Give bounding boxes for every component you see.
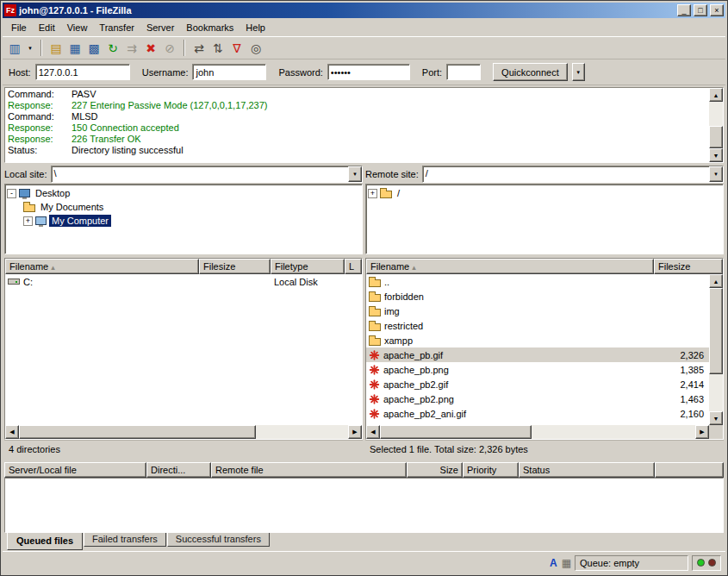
scroll-down-icon[interactable] bbox=[709, 148, 723, 162]
remote-file-row[interactable]: apache_pb2_ani.gif 2,160 bbox=[366, 406, 709, 421]
local-list-body[interactable]: C: Local Disk bbox=[5, 274, 362, 425]
sync-browsing-icon[interactable]: ⇅ bbox=[209, 40, 227, 57]
remote-file-row[interactable]: apache_pb2.gif 2,414 bbox=[366, 377, 709, 391]
app-icon[interactable]: Fz bbox=[4, 4, 16, 16]
column-header-filename[interactable]: Filename bbox=[366, 259, 654, 274]
minimize-button[interactable]: _ bbox=[677, 4, 691, 16]
local-site-combobox[interactable]: \ bbox=[51, 166, 363, 183]
remote-tree[interactable]: + / bbox=[365, 184, 724, 254]
tree-item-label[interactable]: Desktop bbox=[33, 187, 72, 199]
column-header-remote-file[interactable]: Remote file bbox=[211, 462, 407, 478]
refresh-icon[interactable]: ↻ bbox=[104, 40, 121, 57]
scroll-track[interactable] bbox=[709, 102, 723, 148]
column-header-filesize[interactable]: Filesize bbox=[199, 259, 271, 274]
column-header-status[interactable]: Status bbox=[519, 462, 655, 478]
site-manager-dropdown-icon[interactable] bbox=[25, 40, 35, 57]
directory-comparison-icon[interactable]: ⇄ bbox=[190, 40, 208, 57]
scroll-track[interactable] bbox=[380, 425, 695, 439]
remote-h-scrollbar[interactable] bbox=[366, 425, 723, 439]
scroll-left-icon[interactable] bbox=[366, 425, 380, 439]
menu-view[interactable]: View bbox=[61, 20, 94, 35]
filter-icon[interactable]: ∇ bbox=[228, 40, 246, 57]
remote-file-row[interactable]: apache_pb2.png 1,463 bbox=[366, 391, 709, 406]
column-header-filename[interactable]: Filename bbox=[5, 259, 199, 274]
remote-site-value[interactable]: / bbox=[423, 166, 709, 182]
expand-icon[interactable]: + bbox=[368, 189, 377, 198]
toggle-log-icon[interactable]: ▤ bbox=[47, 40, 65, 57]
queue-status-panel: Queue: empty bbox=[575, 555, 688, 571]
cancel-icon[interactable]: ✖ bbox=[142, 40, 159, 57]
tree-item-desktop[interactable]: - Desktop bbox=[7, 186, 360, 200]
remote-file-row[interactable]: apache_pb.png 1,385 bbox=[366, 362, 709, 377]
disconnect-icon[interactable]: ⊘ bbox=[161, 40, 178, 57]
column-header-filesize[interactable]: Filesize bbox=[654, 259, 723, 274]
remote-file-row[interactable]: xampp bbox=[366, 333, 709, 347]
tree-item-my-documents[interactable]: My Documents bbox=[7, 200, 360, 214]
chevron-down-icon[interactable] bbox=[348, 166, 362, 182]
menu-transfer[interactable]: Transfer bbox=[93, 20, 140, 35]
menu-server[interactable]: Server bbox=[140, 20, 180, 35]
scroll-track[interactable] bbox=[709, 288, 723, 411]
quickconnect-button[interactable]: Quickconnect bbox=[493, 63, 568, 81]
toggle-remote-tree-icon[interactable]: ▩ bbox=[85, 40, 103, 57]
collapse-icon[interactable]: - bbox=[7, 189, 16, 198]
toggle-local-tree-icon[interactable]: ▦ bbox=[66, 40, 84, 57]
scroll-thumb[interactable] bbox=[709, 288, 723, 374]
remote-v-scrollbar[interactable] bbox=[709, 274, 723, 425]
local-site-value[interactable]: \ bbox=[52, 166, 348, 182]
chevron-down-icon[interactable] bbox=[709, 166, 723, 182]
remote-list-body[interactable]: .. forbidden img restricted bbox=[366, 274, 709, 425]
column-header-server-local-file[interactable]: Server/Local file bbox=[4, 462, 146, 478]
column-header-priority[interactable]: Priority bbox=[463, 462, 519, 478]
tab-failed-transfers[interactable]: Failed transfers bbox=[84, 533, 166, 547]
scroll-up-icon[interactable] bbox=[709, 274, 723, 288]
column-header-direction[interactable]: Directi... bbox=[146, 462, 211, 478]
menu-file[interactable]: File bbox=[5, 20, 33, 35]
scroll-down-icon[interactable] bbox=[709, 411, 723, 425]
menu-bookmarks[interactable]: Bookmarks bbox=[180, 20, 240, 35]
column-header-filetype[interactable]: Filetype bbox=[271, 259, 345, 274]
expand-icon[interactable]: + bbox=[23, 216, 33, 226]
remote-file-row[interactable]: forbidden bbox=[366, 289, 709, 304]
log-scrollbar[interactable] bbox=[709, 88, 723, 162]
local-tree[interactable]: - Desktop My Documents + My Computer bbox=[4, 184, 363, 254]
menu-help[interactable]: Help bbox=[240, 20, 271, 35]
column-header-size[interactable]: Size bbox=[407, 462, 463, 478]
scroll-right-icon[interactable] bbox=[348, 425, 362, 439]
tree-item-root[interactable]: + / bbox=[368, 186, 721, 200]
process-queue-icon[interactable]: ⇉ bbox=[123, 40, 140, 57]
scroll-thumb[interactable] bbox=[380, 425, 532, 439]
local-h-scrollbar[interactable] bbox=[5, 425, 362, 439]
remote-file-row[interactable]: restricted bbox=[366, 318, 709, 333]
maximize-button[interactable]: □ bbox=[694, 4, 707, 16]
tree-item-label[interactable]: My Documents bbox=[38, 201, 106, 213]
search-icon[interactable]: ◎ bbox=[247, 40, 264, 57]
scroll-thumb[interactable] bbox=[709, 126, 723, 148]
password-input[interactable] bbox=[327, 64, 410, 80]
remote-file-row-selected[interactable]: apache_pb.gif 2,326 bbox=[366, 347, 709, 362]
remote-site-combobox[interactable]: / bbox=[422, 166, 724, 183]
remote-file-row[interactable]: .. bbox=[366, 274, 709, 289]
tree-item-label[interactable]: My Computer bbox=[49, 215, 111, 227]
column-header-lastmodified[interactable]: L bbox=[345, 259, 362, 274]
remote-file-row[interactable]: img bbox=[366, 304, 709, 318]
host-input[interactable] bbox=[35, 64, 130, 80]
queue-list-body[interactable] bbox=[4, 478, 724, 533]
tree-item-my-computer[interactable]: + My Computer bbox=[7, 214, 360, 228]
tab-successful-transfers[interactable]: Successful transfers bbox=[167, 533, 270, 547]
scroll-left-icon[interactable] bbox=[5, 425, 19, 439]
site-manager-icon[interactable]: ▥ bbox=[6, 40, 23, 57]
close-button[interactable]: × bbox=[710, 4, 724, 16]
scroll-track[interactable] bbox=[19, 425, 348, 439]
local-file-row[interactable]: C: Local Disk bbox=[5, 274, 362, 289]
window-title: john@127.0.0.1 - FileZilla bbox=[19, 5, 675, 16]
username-input[interactable] bbox=[192, 64, 266, 80]
port-input[interactable] bbox=[446, 64, 481, 80]
tab-queued-files[interactable]: Queued files bbox=[7, 533, 83, 550]
scroll-right-icon[interactable] bbox=[695, 425, 709, 439]
menu-edit[interactable]: Edit bbox=[33, 20, 61, 35]
quickconnect-dropdown-icon[interactable] bbox=[572, 63, 585, 81]
tree-item-label[interactable]: / bbox=[395, 187, 402, 199]
scroll-up-icon[interactable] bbox=[709, 88, 723, 102]
scroll-thumb[interactable] bbox=[19, 425, 256, 439]
